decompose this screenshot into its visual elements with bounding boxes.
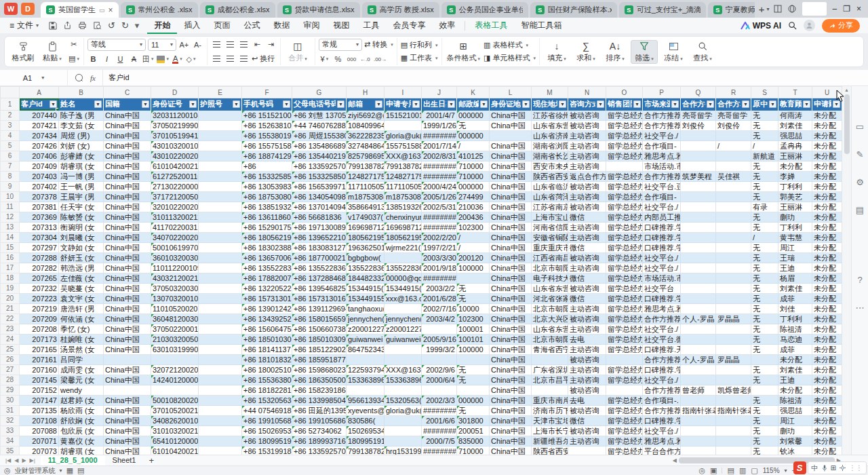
cell[interactable]: 207426 bbox=[20, 140, 59, 151]
cell[interactable]: 710000 bbox=[457, 446, 490, 455]
row-header[interactable]: 18 bbox=[1, 273, 20, 283]
format-painter-button[interactable]: 格式刷 bbox=[9, 41, 37, 63]
cell[interactable]: 2003/4/2 bbox=[422, 314, 457, 324]
cell[interactable]: China中国 bbox=[104, 293, 151, 303]
cell[interactable]: 雅思考点.雅 bbox=[643, 303, 681, 314]
cell[interactable] bbox=[681, 232, 716, 242]
cell[interactable]: 无 bbox=[751, 415, 778, 425]
cell[interactable]: 1997/2/21 bbox=[422, 242, 457, 252]
cell[interactable]: xxx@163.c( bbox=[384, 293, 422, 303]
cell[interactable]: China中国 bbox=[104, 202, 151, 212]
cell[interactable] bbox=[199, 415, 242, 425]
cell[interactable]: 430321200211140121 bbox=[151, 273, 199, 283]
cell[interactable]: China中国 bbox=[490, 202, 532, 212]
cell[interactable]: 无 bbox=[751, 120, 778, 130]
cell[interactable]: 合作项目-. bbox=[643, 395, 681, 405]
cell[interactable]: 刘素佳 bbox=[778, 364, 812, 375]
cell[interactable]: 舒欣娴 (女 bbox=[59, 415, 104, 425]
cell[interactable] bbox=[681, 293, 716, 303]
cell[interactable] bbox=[199, 283, 242, 293]
add-sheet-button[interactable]: + bbox=[143, 455, 159, 466]
cell[interactable]: 任天宇 (女 bbox=[59, 202, 104, 212]
cell[interactable]: 未分配 bbox=[812, 293, 842, 303]
cell[interactable]: 210303200509160922 bbox=[151, 334, 199, 344]
cell[interactable]: 杨欣雨 (女 bbox=[59, 405, 104, 415]
cell[interactable] bbox=[384, 425, 422, 436]
cell[interactable] bbox=[457, 273, 490, 283]
name-box[interactable]: A1 ▾ bbox=[0, 70, 68, 86]
cell[interactable]: China中国 bbox=[104, 436, 151, 446]
cell[interactable]: 207381 bbox=[20, 202, 59, 212]
cell[interactable] bbox=[716, 232, 751, 242]
cell[interactable]: +86 15536380 bbox=[242, 375, 292, 385]
cell[interactable] bbox=[384, 385, 422, 395]
cell[interactable]: 15344915( bbox=[384, 283, 422, 293]
cell[interactable]: 未分配 bbox=[812, 242, 842, 252]
cell[interactable]: 胡睿琪 (女 bbox=[59, 446, 104, 455]
cell[interactable]: 151521001 bbox=[384, 111, 422, 121]
cell[interactable]: China中国 bbox=[490, 436, 532, 446]
rail-edit-icon[interactable]: ✎ bbox=[856, 149, 864, 159]
cell[interactable]: 安徽省铜陵 bbox=[532, 232, 568, 242]
cell[interactable]: 207145 bbox=[20, 375, 59, 385]
cell[interactable]: 207165 bbox=[20, 344, 59, 354]
cell[interactable]: 丁利利 bbox=[778, 181, 812, 191]
cell[interactable]: 微信 bbox=[568, 273, 606, 283]
cell[interactable]: 合作方推荐 bbox=[643, 111, 681, 121]
cell[interactable]: 返点合作方 bbox=[568, 171, 606, 181]
cell[interactable] bbox=[716, 181, 751, 191]
cell[interactable]: 留学总经办 bbox=[606, 263, 643, 273]
cell[interactable]: 411702200312270822 bbox=[151, 222, 199, 232]
cell[interactable]: 留学总经办 bbox=[606, 364, 643, 375]
cell[interactable] bbox=[199, 130, 242, 140]
cell[interactable]: 合作方推荐 bbox=[643, 385, 681, 395]
cell[interactable] bbox=[681, 252, 716, 263]
cell[interactable] bbox=[104, 354, 151, 364]
cell[interactable]: +86 15332585 bbox=[242, 171, 292, 181]
cell[interactable]: guiwanwei bbox=[347, 334, 384, 344]
cell[interactable]: 1999/3/2 bbox=[422, 344, 457, 354]
cell[interactable] bbox=[716, 252, 751, 263]
cell[interactable]: 陈敏赟 (女 bbox=[59, 212, 104, 222]
cell[interactable]: 刘妍 (女) bbox=[59, 140, 104, 151]
cell[interactable] bbox=[716, 222, 751, 232]
filter-dropdown-icon[interactable]: ▼ bbox=[94, 100, 102, 108]
wrap-text-button[interactable]: ↩换行 bbox=[252, 54, 275, 64]
cell[interactable]: 153363896 bbox=[384, 375, 422, 385]
cell[interactable] bbox=[606, 354, 643, 364]
zoom-chevron-icon[interactable]: ▾ bbox=[785, 468, 787, 474]
cell[interactable]: 被动咨询 bbox=[568, 181, 606, 191]
align-middle-button[interactable] bbox=[224, 39, 236, 50]
layout-switch-icon[interactable] bbox=[774, 5, 782, 13]
cell[interactable]: v1749037( bbox=[347, 212, 384, 222]
cell[interactable]: +86 1372884680 bbox=[292, 273, 347, 283]
document-tab[interactable]: S英国留学生▭× bbox=[41, 2, 119, 18]
cell[interactable]: 未分配 bbox=[812, 385, 842, 395]
cell[interactable]: 冯一博 (男 bbox=[59, 171, 104, 181]
cell[interactable]: China中国 bbox=[104, 111, 151, 121]
cell[interactable]: China中国 bbox=[490, 283, 532, 293]
cell[interactable]: 610104200212213421 bbox=[151, 161, 199, 171]
row-header[interactable]: 8 bbox=[1, 171, 20, 181]
cell[interactable]: +86 13053983 bbox=[242, 181, 292, 191]
cell[interactable]: 310113200211152925 bbox=[151, 212, 199, 222]
cell[interactable]: 湖南省长沙 bbox=[532, 151, 568, 161]
cell[interactable]: 王迪 bbox=[778, 263, 812, 273]
cell[interactable]: 留学总经办 bbox=[606, 212, 643, 222]
cell[interactable]: 成菲 bbox=[778, 344, 812, 354]
cell[interactable]: 830586( bbox=[347, 415, 384, 425]
cell[interactable]: 左佳薇 (女 bbox=[59, 273, 104, 283]
cell[interactable]: 新疆维吾尔 bbox=[532, 436, 568, 446]
cell[interactable]: 口碑推荐.学 bbox=[643, 415, 681, 425]
cell[interactable]: 留学总经办 bbox=[606, 111, 643, 121]
cell[interactable]: 上海市长宁 bbox=[532, 425, 568, 436]
document-tab[interactable]: S公务员国企事业单位 bbox=[441, 2, 528, 18]
cell[interactable]: 刘佳 bbox=[778, 303, 812, 314]
cell[interactable]: 留学总经办 bbox=[606, 324, 643, 334]
cell[interactable]: 124827175 bbox=[347, 171, 384, 181]
cell[interactable]: 207313 bbox=[20, 222, 59, 232]
filter-dropdown-icon[interactable]: ▼ bbox=[189, 100, 197, 108]
cell[interactable]: 未分配 bbox=[812, 252, 842, 263]
cell[interactable]: 320721200209060081 bbox=[151, 364, 199, 375]
filter-dropdown-icon[interactable]: ▼ bbox=[633, 100, 641, 108]
